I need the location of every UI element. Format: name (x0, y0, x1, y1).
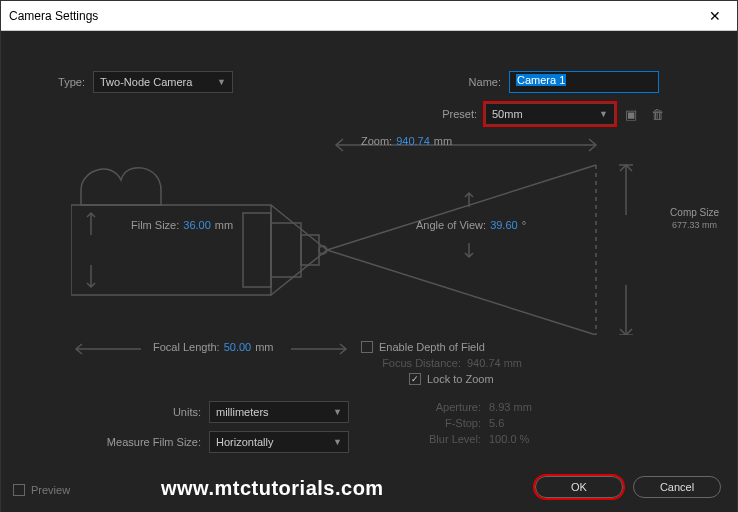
comp-size-value: 677.33 mm (670, 220, 719, 230)
cancel-button[interactable]: Cancel (633, 476, 721, 498)
name-label: Name: (469, 76, 501, 88)
diagram-svg (71, 135, 691, 335)
svg-rect-1 (243, 213, 271, 287)
angle-value[interactable]: 39.60 (490, 219, 518, 231)
svg-rect-3 (301, 235, 319, 265)
ok-button[interactable]: OK (535, 476, 623, 498)
svg-line-11 (271, 250, 327, 295)
focal-label: Focal Length: (153, 341, 220, 353)
preview-label: Preview (31, 484, 70, 496)
focus-dist-value: 940.74 mm (467, 357, 522, 369)
zoom-unit: mm (434, 135, 452, 147)
preset-label: Preset: (442, 108, 477, 120)
measure-label: Measure Film Size: (91, 436, 201, 448)
dialog-content: Type: Two-Node Camera ▼ Name: Camera 1 P… (1, 31, 737, 512)
titlebar: Camera Settings ✕ (1, 1, 737, 31)
focal-unit: mm (255, 341, 273, 353)
name-value: Camera 1 (516, 74, 566, 86)
trash-icon[interactable]: 🗑 (647, 104, 667, 124)
svg-line-10 (271, 205, 327, 250)
watermark-text: www.mtctutorials.com (161, 477, 384, 500)
zoom-value[interactable]: 940.74 (396, 135, 430, 147)
close-icon[interactable]: ✕ (701, 8, 729, 24)
units-select[interactable]: millimeters ▼ (209, 401, 349, 423)
camera-settings-dialog: Camera Settings ✕ Type: Two-Node Camera … (0, 0, 738, 512)
fstop-label: F-Stop: (421, 417, 481, 429)
aperture-value: 8.93 mm (489, 401, 532, 413)
depth-of-field-block: Enable Depth of Field Focus Distance: 94… (361, 341, 522, 385)
preview-checkbox[interactable] (13, 484, 25, 496)
measure-value: Horizontally (216, 436, 273, 448)
name-input[interactable]: Camera 1 (509, 71, 659, 93)
comp-size-label: Comp Size (670, 207, 719, 218)
aperture-label: Aperture: (421, 401, 481, 413)
lock-zoom-checkbox[interactable]: ✓ (409, 373, 421, 385)
preset-value: 50mm (492, 108, 523, 120)
units-value: millimeters (216, 406, 269, 418)
film-size-label: Film Size: (131, 219, 179, 231)
svg-line-8 (327, 250, 596, 335)
type-label: Type: (11, 76, 85, 88)
preset-select[interactable]: 50mm ▼ (485, 103, 615, 125)
camera-diagram: Zoom: 940.74 mm Film Size: 36.00 mm Angl… (71, 135, 677, 335)
type-value: Two-Node Camera (100, 76, 192, 88)
zoom-label: Zoom: (361, 135, 392, 147)
fstop-value: 5.6 (489, 417, 504, 429)
svg-rect-2 (271, 223, 301, 277)
measure-select[interactable]: Horizontally ▼ (209, 431, 349, 453)
save-preset-icon[interactable]: ▣ (621, 104, 641, 124)
focal-value[interactable]: 50.00 (224, 341, 252, 353)
focus-dist-label: Focus Distance: (361, 357, 461, 369)
angle-label: Angle of View: (416, 219, 486, 231)
angle-unit: ° (522, 219, 526, 231)
window-title: Camera Settings (9, 9, 98, 23)
film-size-value[interactable]: 36.00 (183, 219, 211, 231)
chevron-down-icon: ▼ (217, 77, 226, 87)
svg-line-7 (327, 165, 596, 250)
film-size-unit: mm (215, 219, 233, 231)
units-label: Units: (91, 406, 201, 418)
focal-length-arrow: Focal Length: 50.00 mm (71, 339, 351, 359)
dof-checkbox[interactable] (361, 341, 373, 353)
chevron-down-icon: ▼ (599, 109, 608, 119)
dof-label: Enable Depth of Field (379, 341, 485, 353)
chevron-down-icon: ▼ (333, 437, 342, 447)
chevron-down-icon: ▼ (333, 407, 342, 417)
blur-label: Blur Level: (421, 433, 481, 445)
blur-value: 100.0 % (489, 433, 529, 445)
lock-zoom-label: Lock to Zoom (427, 373, 494, 385)
type-select[interactable]: Two-Node Camera ▼ (93, 71, 233, 93)
